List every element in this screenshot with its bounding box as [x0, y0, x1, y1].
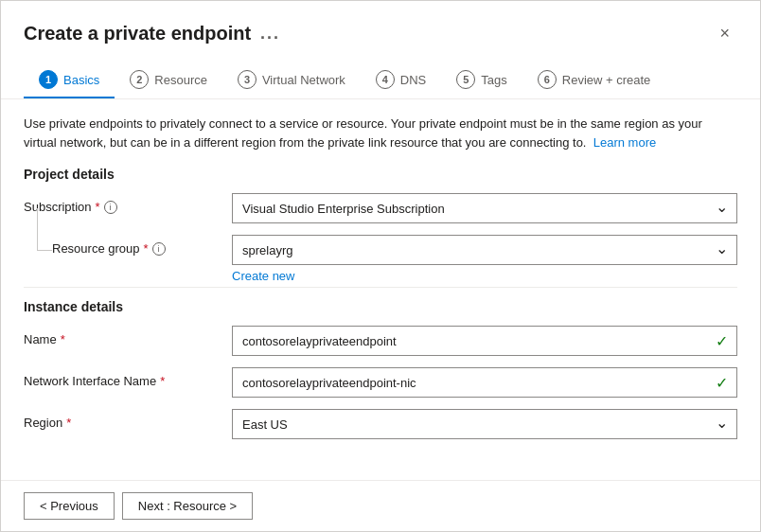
region-control: East US — [232, 409, 737, 439]
nic-label: Network Interface Name * — [24, 367, 232, 388]
nic-input-wrapper: ✓ — [232, 367, 737, 398]
next-button[interactable]: Next : Resource > — [122, 492, 253, 520]
tab-dns[interactable]: 4 DNS — [361, 62, 441, 98]
close-button[interactable]: × — [712, 20, 737, 47]
subscription-control: Visual Studio Enterprise Subscription — [232, 193, 737, 223]
tab-review-number: 6 — [538, 70, 557, 89]
name-input-wrapper: ✓ — [232, 326, 737, 356]
tab-basics-label: Basics — [63, 73, 99, 87]
name-required: * — [61, 332, 65, 346]
project-details-title: Project details — [24, 167, 737, 182]
dialog-footer: < Previous Next : Resource > — [1, 480, 760, 531]
subscription-label: Subscription * i — [24, 193, 232, 214]
tab-resource-number: 2 — [130, 70, 149, 89]
resource-group-control: sprelayrg Create new — [232, 235, 737, 283]
tab-tags-number: 5 — [456, 70, 475, 89]
nic-input[interactable] — [232, 367, 737, 398]
subscription-info-icon[interactable]: i — [104, 201, 117, 214]
name-label: Name * — [24, 326, 232, 346]
tab-dns-number: 4 — [376, 70, 395, 89]
instance-details-title: Instance details — [24, 299, 737, 314]
tab-basics[interactable]: 1 Basics — [24, 62, 115, 98]
info-paragraph: Use private endpoints to privately conne… — [24, 115, 737, 151]
resource-group-row: Resource group * i sprelayrg Create new — [24, 235, 737, 283]
region-required: * — [66, 416, 71, 430]
subscription-row: Subscription * i Visual Studio Enterpris… — [24, 193, 737, 223]
tab-review-label: Review + create — [562, 73, 651, 87]
dialog-header: Create a private endpoint ... × — [1, 1, 760, 47]
subscription-required: * — [96, 200, 100, 214]
rg-info-icon[interactable]: i — [152, 242, 166, 256]
subscription-select[interactable]: Visual Studio Enterprise Subscription — [232, 193, 737, 223]
tab-tags[interactable]: 5 Tags — [441, 62, 522, 98]
resource-group-select[interactable]: sprelayrg — [232, 235, 737, 265]
tab-virtual-network[interactable]: 3 Virtual Network — [222, 62, 361, 98]
name-check-icon: ✓ — [716, 332, 728, 350]
tab-virtual-network-number: 3 — [238, 70, 257, 89]
dialog-title: Create a private endpoint ... — [24, 23, 280, 44]
nic-control: ✓ — [232, 367, 737, 398]
tab-virtual-network-label: Virtual Network — [262, 73, 345, 87]
tab-dns-label: DNS — [400, 73, 426, 87]
region-select[interactable]: East US — [232, 409, 737, 439]
dialog-title-text: Create a private endpoint — [24, 23, 251, 44]
tab-basics-number: 1 — [39, 70, 58, 89]
rg-required: * — [144, 241, 149, 256]
tab-resource[interactable]: 2 Resource — [115, 62, 222, 98]
create-private-endpoint-dialog: Create a private endpoint ... × 1 Basics… — [0, 0, 761, 532]
tab-bar: 1 Basics 2 Resource 3 Virtual Network 4 … — [1, 47, 760, 99]
name-control: ✓ — [232, 326, 737, 356]
learn-more-link[interactable]: Learn more — [593, 135, 656, 150]
rg-select-wrapper: sprelayrg — [232, 235, 737, 265]
dialog-title-dots: ... — [260, 24, 280, 44]
create-new-link[interactable]: Create new — [232, 269, 294, 283]
region-label: Region * — [24, 409, 232, 430]
name-input[interactable] — [232, 326, 737, 356]
dialog-content: Use private endpoints to privately conne… — [1, 99, 760, 480]
resource-group-label: Resource group * i — [52, 235, 166, 256]
nic-required: * — [160, 374, 165, 388]
nic-row: Network Interface Name * ✓ — [24, 367, 737, 398]
region-select-wrapper: East US — [232, 409, 737, 439]
subscription-select-wrapper: Visual Studio Enterprise Subscription — [232, 193, 737, 223]
previous-button[interactable]: < Previous — [24, 492, 115, 520]
nic-check-icon: ✓ — [716, 374, 728, 392]
section-divider — [24, 287, 737, 288]
region-row: Region * East US — [24, 409, 737, 439]
tab-resource-label: Resource — [154, 73, 207, 87]
tab-review[interactable]: 6 Review + create — [522, 62, 666, 98]
tab-tags-label: Tags — [481, 73, 506, 87]
name-row: Name * ✓ — [24, 326, 737, 356]
